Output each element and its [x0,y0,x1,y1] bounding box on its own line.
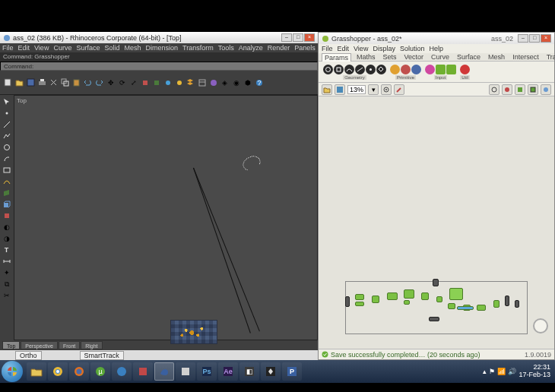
viewport-tab-right[interactable]: Right [81,341,102,349]
gh-canvas[interactable] [319,96,554,349]
tool-icon[interactable] [162,77,173,88]
component-button[interactable] [355,65,365,74]
component-button[interactable] [344,65,354,74]
gh-tab-curve[interactable]: Curve [429,53,452,61]
zoom-value[interactable]: 13% [347,85,366,94]
gh-menu-display[interactable]: Display [373,45,395,52]
surface-icon[interactable] [1,188,12,198]
menu-view[interactable]: View [34,44,49,52]
component[interactable] [355,302,364,306]
taskbar-firefox[interactable] [69,362,89,381]
tray-arrow-icon[interactable]: ▴ [483,368,487,375]
rhino-titlebar[interactable]: ass_02 (386 KB) - Rhinoceros Corporate (… [0,32,318,43]
tool-icon[interactable]: ◑ [1,233,12,244]
tool-icon[interactable]: ⬢ [242,77,253,88]
taskbar-rhino[interactable] [154,362,174,381]
pointer-icon[interactable] [1,96,12,107]
component[interactable] [436,296,442,302]
component-button[interactable] [376,65,386,74]
zoom-dropdown-icon[interactable]: ▾ [368,84,379,95]
compass-icon[interactable] [533,318,548,334]
gh-minimize-button[interactable]: – [518,34,528,43]
group-frame[interactable] [345,281,528,334]
taskbar-explorer[interactable] [27,362,46,381]
gh-maximize-button[interactable]: □ [529,34,540,43]
component[interactable] [421,292,429,300]
viewport-label[interactable]: Top [17,97,27,104]
taskbar-chrome[interactable] [48,362,68,381]
taskbar-app-icon[interactable] [133,362,153,381]
copy-icon[interactable] [59,77,71,88]
open-file-icon[interactable] [322,84,332,95]
viewport-tab-perspective[interactable]: Perspective [21,341,58,349]
taskbar-aftereffects[interactable]: Ae [218,362,238,381]
trim-icon[interactable]: ✂ [1,290,12,301]
arc-icon[interactable] [1,153,12,164]
viewport-tab-front[interactable]: Front [59,341,80,349]
menu-render[interactable]: Render [268,44,290,52]
tool-icon[interactable] [151,77,162,88]
component[interactable] [515,300,519,308]
component-button[interactable] [446,65,456,74]
component[interactable] [505,296,509,306]
menu-mesh[interactable]: Mesh [124,44,141,52]
wireframe-icon[interactable] [489,84,500,95]
gh-tab-mesh[interactable]: Mesh [486,53,507,61]
component[interactable] [448,303,455,309]
component[interactable] [404,289,414,299]
command-input[interactable]: Command: [0,62,318,71]
tray-icon[interactable]: ⚑ [489,368,495,375]
rect-icon[interactable] [1,165,12,175]
gh-tab-intersect[interactable]: Intersect [510,53,541,61]
component-button[interactable] [323,65,333,74]
join-icon[interactable]: ⧉ [1,279,12,289]
open-icon[interactable] [14,77,25,88]
menu-surface[interactable]: Surface [76,44,100,52]
paste-icon[interactable] [71,77,82,88]
scale-icon[interactable]: ⤢ [128,77,139,88]
component-button[interactable] [334,65,344,74]
render-icon[interactable] [208,77,219,88]
component-button[interactable] [425,65,435,74]
line-icon[interactable] [1,119,12,130]
component[interactable] [387,292,398,300]
gh-titlebar[interactable]: Grasshopper - ass_02* ass_02 – □ × [319,33,554,44]
preview-icon[interactable] [381,84,392,95]
print-icon[interactable] [36,77,48,88]
gh-menu-file[interactable]: File [322,45,333,52]
menu-tools[interactable]: Tools [218,44,234,52]
start-button[interactable] [2,361,23,382]
taskbar-app-icon[interactable] [112,362,132,381]
component-button[interactable] [460,65,470,74]
gh-tab-surface[interactable]: Surface [455,53,483,61]
taskbar-unity[interactable] [261,362,281,381]
minimize-button[interactable]: – [281,33,292,42]
component[interactable] [477,305,486,311]
taskbar-utorrent[interactable]: µ [90,362,110,381]
point-icon[interactable] [1,108,12,119]
viewport-tab-top[interactable]: Top [2,341,20,349]
gh-tab-sets[interactable]: Sets [381,53,399,61]
taskbar-app-icon[interactable] [176,362,195,381]
polyline-icon[interactable] [1,131,12,141]
tray-network-icon[interactable]: 📶 [497,368,506,375]
menu-curve[interactable]: Curve [53,44,71,52]
component[interactable] [433,279,439,286]
gh-menu-view[interactable]: View [354,45,368,52]
gh-tab-params[interactable]: Params [322,53,351,62]
help-icon[interactable]: ? [253,77,265,88]
gh-menu-help[interactable]: Help [429,45,443,52]
text-icon[interactable]: T [1,245,12,255]
component-button[interactable] [390,65,400,74]
component-button[interactable] [436,65,446,74]
gh-menu-solution[interactable]: Solution [400,45,425,52]
shaded-icon[interactable] [502,84,512,95]
component-button[interactable] [366,65,376,74]
save-file-icon[interactable] [335,84,345,95]
tool-icon[interactable] [139,77,151,88]
clock[interactable]: 22:31 17-Feb-13 [519,364,550,379]
cut-icon[interactable] [48,77,59,88]
sketch-icon[interactable] [394,84,404,95]
properties-icon[interactable] [196,77,208,88]
menu-analyze[interactable]: Analyze [239,44,263,52]
